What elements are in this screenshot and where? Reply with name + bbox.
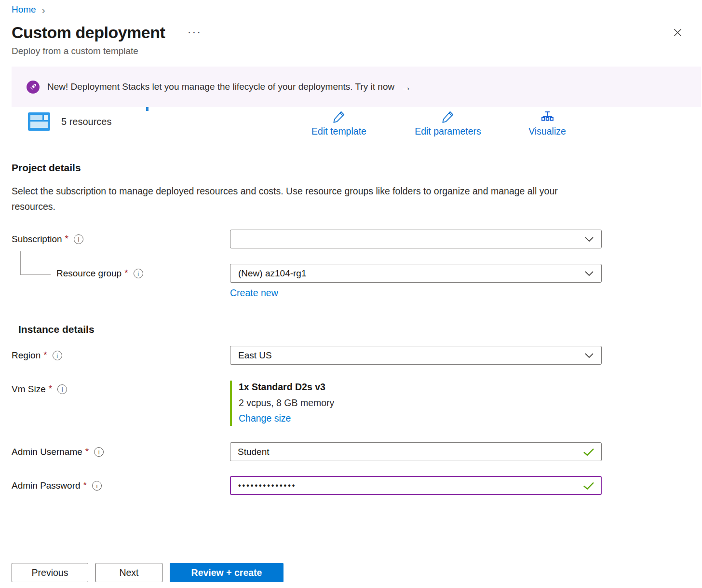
subscription-row: Subscription * i bbox=[12, 230, 702, 248]
resource-group-value: (New) az104-rg1 bbox=[238, 268, 307, 279]
subscription-label-cell: Subscription * i bbox=[12, 230, 230, 245]
chevron-down-icon bbox=[585, 237, 594, 242]
info-icon[interactable]: i bbox=[92, 481, 102, 491]
required-asterisk: * bbox=[124, 268, 128, 278]
admin-username-input[interactable] bbox=[230, 442, 602, 461]
admin-username-label: Admin Username bbox=[12, 447, 82, 457]
visualize-button[interactable]: Visualize bbox=[521, 110, 574, 137]
project-details-heading: Project details bbox=[12, 162, 690, 174]
info-icon[interactable]: i bbox=[134, 269, 143, 278]
page-header: Custom deployment ··· bbox=[0, 23, 702, 42]
rocket-icon bbox=[27, 81, 40, 94]
subscription-label: Subscription bbox=[12, 234, 62, 245]
instance-details-heading: Instance details bbox=[18, 324, 690, 335]
project-details-description: Select the subscription to manage deploy… bbox=[12, 184, 568, 214]
chevron-down-icon bbox=[585, 271, 594, 276]
region-dropdown[interactable]: East US bbox=[230, 346, 602, 365]
edit-template-button[interactable]: Edit template bbox=[303, 110, 375, 137]
info-icon[interactable]: i bbox=[53, 351, 62, 360]
vm-size-label-cell: Vm Size * i bbox=[12, 381, 230, 395]
vm-size-label: Vm Size bbox=[12, 384, 46, 395]
vm-size-selection: 1x Standard D2s v3 bbox=[239, 382, 602, 393]
region-label-cell: Region * i bbox=[12, 346, 230, 361]
edit-template-label: Edit template bbox=[311, 126, 366, 137]
chevron-right-icon: › bbox=[42, 5, 45, 15]
template-resource-info: 5 resources bbox=[28, 112, 112, 131]
page-subtitle: Deploy from a custom template bbox=[0, 46, 702, 56]
pencil-icon bbox=[332, 110, 346, 123]
admin-password-label-cell: Admin Password * i bbox=[12, 476, 230, 491]
arrow-right-icon: → bbox=[400, 82, 411, 93]
deployment-stacks-banner[interactable]: New! Deployment Stacks let you manage th… bbox=[12, 67, 701, 107]
chevron-down-icon bbox=[585, 353, 594, 358]
vm-size-summary: 1x Standard D2s v3 2 vcpus, 8 GB memory … bbox=[230, 381, 602, 426]
resource-group-row: Resource group * i (New) az104-rg1 Creat… bbox=[12, 264, 702, 299]
template-icon bbox=[28, 112, 50, 131]
vm-size-specs: 2 vcpus, 8 GB memory bbox=[239, 397, 602, 409]
resource-group-label: Resource group bbox=[56, 268, 122, 279]
required-asterisk: * bbox=[65, 233, 68, 244]
template-summary-bar: 5 resources Edit template Edit parameter… bbox=[0, 106, 702, 137]
subscription-dropdown[interactable] bbox=[230, 230, 602, 248]
change-size-link[interactable]: Change size bbox=[239, 413, 291, 424]
org-chart-icon bbox=[540, 110, 554, 123]
resource-group-dropdown[interactable]: (New) az104-rg1 bbox=[230, 264, 602, 283]
vm-size-row: Vm Size * i 1x Standard D2s v3 2 vcpus, … bbox=[12, 381, 702, 426]
region-value: East US bbox=[238, 350, 272, 361]
info-icon[interactable]: i bbox=[94, 447, 104, 457]
visualize-label: Visualize bbox=[528, 126, 566, 137]
page-title: Custom deployment bbox=[12, 23, 165, 42]
breadcrumb-home-link[interactable]: Home bbox=[12, 4, 36, 15]
admin-username-row: Admin Username * i bbox=[12, 442, 702, 461]
required-asterisk: * bbox=[83, 480, 87, 491]
checkmark-icon bbox=[583, 481, 594, 490]
region-label: Region bbox=[12, 350, 40, 361]
wizard-footer: Previous Next Review + create bbox=[12, 563, 284, 582]
info-icon[interactable]: i bbox=[57, 384, 67, 394]
template-actions: Edit template Edit parameters bbox=[303, 106, 574, 137]
previous-button[interactable]: Previous bbox=[12, 563, 88, 582]
close-icon[interactable] bbox=[672, 27, 684, 39]
review-create-button[interactable]: Review + create bbox=[170, 563, 284, 582]
info-icon[interactable]: i bbox=[74, 234, 83, 244]
checkmark-icon bbox=[583, 448, 594, 456]
admin-password-row: Admin Password * i bbox=[12, 476, 702, 495]
more-options-button[interactable]: ··· bbox=[188, 28, 202, 38]
required-asterisk: * bbox=[85, 446, 89, 457]
admin-password-label: Admin Password bbox=[12, 480, 81, 491]
admin-username-label-cell: Admin Username * i bbox=[12, 442, 230, 457]
tree-connector-line bbox=[20, 251, 51, 275]
breadcrumb: Home › bbox=[0, 0, 702, 15]
banner-message[interactable]: New! Deployment Stacks let you manage th… bbox=[47, 82, 394, 92]
edit-parameters-label: Edit parameters bbox=[415, 126, 481, 137]
create-new-link[interactable]: Create new bbox=[230, 287, 278, 299]
edit-parameters-button[interactable]: Edit parameters bbox=[407, 110, 489, 137]
pencil-icon bbox=[441, 110, 455, 123]
region-row: Region * i East US bbox=[12, 346, 702, 365]
required-asterisk: * bbox=[43, 350, 47, 360]
resources-count: 5 resources bbox=[61, 116, 112, 127]
required-asterisk: * bbox=[49, 383, 52, 394]
next-button[interactable]: Next bbox=[95, 563, 162, 582]
deployment-form: Subscription * i Resource group * i (New… bbox=[0, 230, 702, 495]
admin-password-input[interactable] bbox=[230, 476, 602, 495]
